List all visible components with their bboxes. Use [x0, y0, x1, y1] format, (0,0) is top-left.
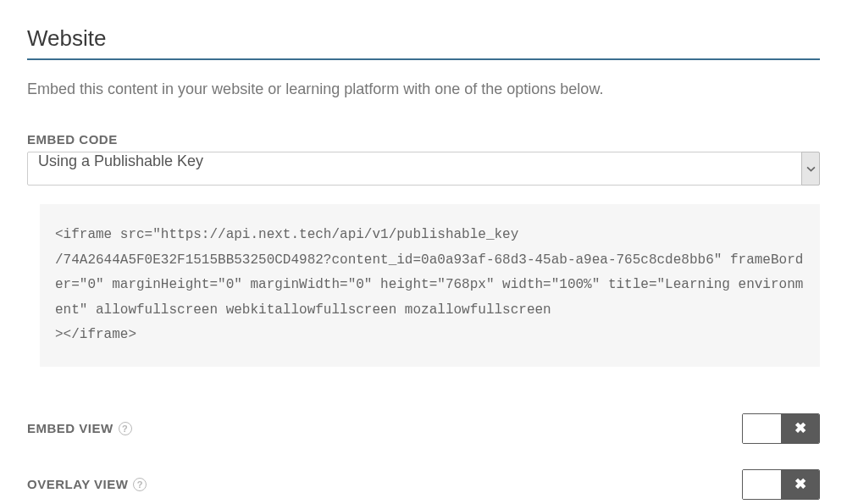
embed-code-select[interactable]: Using a Publishable Key [27, 152, 820, 186]
embed-view-toggle[interactable]: ✖ [742, 413, 820, 444]
overlay-view-toggle-off[interactable]: ✖ [781, 470, 819, 499]
embed-view-toggle-on[interactable] [743, 414, 781, 443]
help-icon[interactable]: ? [119, 422, 132, 435]
overlay-view-toggle-on[interactable] [743, 470, 781, 499]
overlay-view-row: OVERLAY VIEW ? ✖ [27, 469, 820, 500]
embed-code-label: EMBED CODE [27, 132, 820, 147]
embed-code-select-wrap: Using a Publishable Key [27, 152, 820, 186]
help-icon[interactable]: ? [133, 478, 147, 491]
section-title: Website [27, 25, 820, 60]
section-description: Embed this content in your website or le… [27, 80, 820, 98]
embed-view-toggle-off[interactable]: ✖ [781, 414, 819, 443]
overlay-view-label: OVERLAY VIEW [27, 477, 128, 491]
embed-code-group: EMBED CODE Using a Publishable Key <ifra… [27, 132, 820, 367]
close-icon: ✖ [794, 419, 806, 437]
embed-view-label-group: EMBED VIEW ? [27, 421, 132, 435]
embed-code-snippet[interactable]: <iframe src="https://api.next.tech/api/v… [40, 204, 820, 367]
close-icon: ✖ [794, 475, 806, 493]
overlay-view-label-group: OVERLAY VIEW ? [27, 477, 147, 491]
overlay-view-toggle[interactable]: ✖ [742, 469, 820, 500]
embed-view-label: EMBED VIEW [27, 421, 113, 435]
embed-view-row: EMBED VIEW ? ✖ [27, 413, 820, 444]
